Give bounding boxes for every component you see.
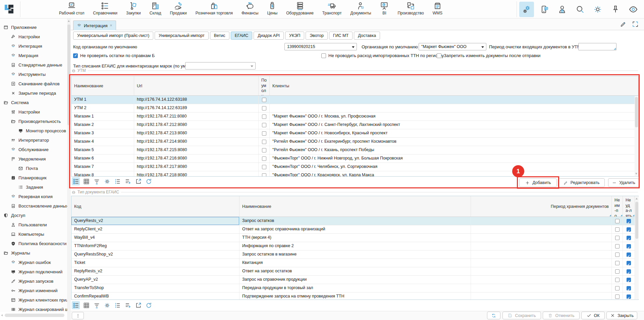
table-row[interactable]: Магазин 6 http://192.178.47.216:8080 "Фь… [71, 154, 638, 163]
table-toolbar-button[interactable] [113, 177, 121, 185]
edit-row-button[interactable]: Редактировать [558, 178, 605, 187]
scrollbar-thumb[interactable] [635, 97, 638, 127]
subtab[interactable]: Ветис [210, 32, 229, 40]
refresh-button[interactable] [487, 312, 500, 319]
sidebar-item[interactable]: Настройки [0, 32, 67, 41]
scroll-left-icon[interactable] [1, 314, 3, 316]
menu-item[interactable]: Документы [351, 0, 371, 18]
sidebar-item[interactable]: Инструменты [0, 70, 67, 79]
utm-table-scrollbar[interactable] [635, 96, 638, 176]
edit-button[interactable] [619, 20, 627, 28]
default-checkbox[interactable] [262, 173, 266, 177]
menu-item[interactable]: Рабочий стол [59, 0, 84, 18]
sidebar-item[interactable]: Журнал подключений [0, 267, 67, 276]
utm-clean-period-input[interactable] [578, 43, 616, 50]
default-checkbox[interactable] [262, 165, 266, 169]
menu-item[interactable]: Оборудование [286, 0, 314, 18]
menu-item[interactable]: BI [380, 0, 389, 18]
subtab[interactable]: Эвотор [306, 32, 328, 40]
table-row[interactable]: Магазин 3 http://192.178.47.213:8080 "Ма… [71, 129, 638, 138]
default-checkbox[interactable] [262, 115, 266, 119]
sidebar-item[interactable]: Скачивание файлов [0, 79, 67, 88]
toolbar-icon-button[interactable] [573, 2, 587, 17]
sidebar-item[interactable]: Журнал сканирований штр [0, 305, 67, 312]
table-toolbar-button[interactable] [82, 301, 90, 309]
sidebar-item[interactable]: Обслуживание [0, 145, 67, 154]
column-header[interactable]: Не уда-лять [623, 196, 635, 217]
table-row[interactable]: TransferToShop Передача продукции в торг… [71, 284, 638, 292]
subtab[interactable]: Диадок API [254, 32, 284, 40]
sidebar-item[interactable]: Миграция [0, 51, 67, 60]
menu-item[interactable]: Закупки [126, 0, 141, 18]
table-row[interactable]: QueryRests_v2 Запрос остатков [71, 217, 638, 225]
sidebar-vertical-scrollbar[interactable] [67, 18, 71, 320]
default-checkbox[interactable] [262, 123, 266, 127]
default-checkbox[interactable] [262, 140, 266, 144]
menu-item[interactable]: Продажи [170, 0, 187, 18]
scroll-up-icon[interactable] [68, 20, 70, 22]
subtab[interactable]: Универсальный импорт (Прайс-лист) [73, 32, 153, 40]
column-header[interactable]: По умолча... [259, 76, 270, 95]
sidebar-item[interactable]: Резервная копия [0, 192, 67, 201]
sidebar-item[interactable]: Приложение [0, 22, 67, 32]
scrollbar-thumb[interactable] [635, 202, 638, 239]
no-import-checkbox[interactable] [615, 294, 620, 299]
sidebar-item[interactable]: Журнал ошибок [0, 258, 67, 267]
scroll-down-icon[interactable] [635, 173, 637, 175]
checkbox[interactable] [321, 53, 326, 58]
sidebar-item[interactable]: Производительность [0, 117, 67, 126]
subtab[interactable]: Универсальный импорт [155, 32, 209, 40]
no-delete-checkbox[interactable] [627, 236, 631, 240]
no-delete-checkbox[interactable] [627, 253, 631, 257]
no-delete-checkbox[interactable] [627, 278, 631, 282]
sidebar-item[interactable]: Журнал запусков [0, 276, 67, 286]
default-checkbox[interactable] [262, 156, 266, 161]
table-row[interactable]: ConfirmRepealWB Подтверждение запроса на… [71, 292, 638, 300]
toolbar-icon-button[interactable] [519, 2, 534, 17]
table-toolbar-button[interactable] [82, 177, 90, 185]
collapse-icon[interactable] [72, 68, 75, 73]
sidebar-item[interactable]: Почта [0, 164, 67, 173]
no-delete-checkbox[interactable] [627, 269, 631, 274]
no-import-checkbox[interactable] [615, 261, 620, 265]
no-import-checkbox[interactable] [615, 278, 620, 282]
sidebar-item[interactable]: Восстановление данных [0, 201, 67, 211]
table-toolbar-button[interactable] [124, 301, 132, 309]
sidebar-item[interactable]: Настройки [0, 107, 67, 117]
no-import-checkbox[interactable] [615, 253, 620, 257]
sidebar-item[interactable]: Журналы [0, 248, 67, 258]
table-toolbar-button[interactable] [103, 301, 111, 309]
menu-item[interactable]: WMS [433, 0, 442, 18]
sidebar-item[interactable]: Закрытие периода [0, 88, 67, 98]
sidebar-item[interactable]: Монитор процессов [0, 126, 67, 135]
checkbox[interactable] [73, 53, 78, 58]
no-import-checkbox[interactable] [615, 219, 620, 223]
sidebar-item[interactable]: Интерпретатор [0, 135, 67, 145]
column-header[interactable]: Url [134, 76, 259, 95]
scrollbar-thumb[interactable] [67, 25, 70, 125]
table-row[interactable]: QueryAP_v2 Запрос на справочник продукци… [71, 276, 638, 284]
no-delete-checkbox[interactable] [627, 244, 631, 248]
table-toolbar-button[interactable] [145, 177, 153, 185]
sidebar-item[interactable]: Пользователи [0, 220, 67, 229]
subtab[interactable]: ЕГАИС [231, 32, 253, 40]
org-select[interactable]: "Маркет Фьюжен" ООО [419, 43, 486, 50]
app-logo[interactable] [3, 3, 15, 15]
menu-item[interactable]: Производство [397, 0, 424, 18]
sidebar-item[interactable]: Доступ [0, 211, 67, 220]
sidebar-item[interactable]: Журнал изменений [0, 286, 67, 295]
table-row[interactable]: Магазин 7 http://192.178.47.217:8080 "Фь… [71, 163, 638, 171]
column-header[interactable]: Наименование [71, 76, 134, 95]
table-toolbar-button[interactable] [124, 177, 132, 185]
sidebar-horizontal-scrollbar[interactable] [0, 313, 66, 318]
org-code-select[interactable]: 139900920215 [284, 43, 357, 50]
table-toolbar-button[interactable] [134, 301, 142, 309]
scrollbar-thumb[interactable] [5, 314, 64, 317]
sidebar-item[interactable]: Стандартные данные [0, 60, 67, 70]
toolbar-icon-button[interactable] [608, 2, 623, 17]
column-header[interactable]: Не им-по... [612, 196, 623, 217]
sidebar-item[interactable]: Задания [0, 182, 67, 192]
cancel-button[interactable]: Отменить [543, 312, 580, 319]
scroll-up-icon[interactable] [636, 198, 638, 199]
sidebar-item[interactable]: Уведомления [0, 154, 67, 164]
